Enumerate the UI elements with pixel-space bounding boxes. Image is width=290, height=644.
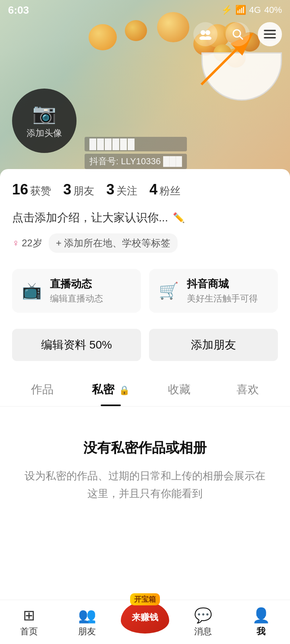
live-card-text: 直播动态 编辑直播动态 — [50, 277, 103, 305]
edit-profile-button[interactable]: 编辑资料 50% — [12, 329, 141, 361]
status-time: 6:03 — [8, 4, 29, 17]
edit-profile-label: 编辑资料 50% — [41, 337, 112, 353]
wifi-icon: 📶 — [235, 5, 246, 15]
live-title: 直播动态 — [50, 277, 103, 291]
following-label: 关注 — [116, 184, 137, 198]
edit-bio-icon[interactable]: ✏️ — [173, 212, 185, 223]
bio-text: 点击添加介绍，让大家认识你... — [12, 210, 168, 225]
friends-count: 3 — [63, 181, 71, 198]
nav-messages-label: 消息 — [194, 625, 212, 638]
profile-avatar[interactable]: 📷 添加头像 — [12, 89, 77, 153]
home-icon: ⊞ — [23, 607, 35, 624]
empty-description: 设为私密的作品、过期的日常和上传的相册会展示在这里，并且只有你能看到 — [24, 467, 266, 502]
stat-likes[interactable]: 16 获赞 — [12, 181, 51, 198]
bottom-navigation: ⊞ 首页 👥 朋友 来赚钱 💬 消息 👤 我 — [0, 600, 290, 644]
svg-line-7 — [240, 36, 243, 39]
tab-works-label: 作品 — [31, 383, 54, 396]
shop-title: 抖音商城 — [187, 277, 258, 291]
empty-state: 没有私密作品或相册 设为私密的作品、过期的日常和上传的相册会展示在这里，并且只有… — [0, 407, 290, 526]
profile-avatar-container[interactable]: 📷 添加头像 — [12, 89, 77, 153]
camera-icon: 📷 — [32, 102, 56, 125]
status-icons: ⚡ 📶 4G 40% — [221, 5, 282, 15]
feature-card-shop[interactable]: 🛒 抖音商城 美好生活触手可得 — [149, 269, 278, 313]
nav-profile[interactable]: 👤 我 — [232, 607, 290, 638]
header-actions — [193, 22, 282, 46]
add-tag-button[interactable]: + 添加所在地、学校等标签 — [49, 233, 178, 253]
nav-profile-label: 我 — [257, 625, 265, 638]
main-content: 16 获赞 3 朋友 3 关注 4 粉丝 点击添加介绍，让大家认识你... ✏️… — [0, 169, 290, 612]
nav-earn-money[interactable]: 来赚钱 — [116, 609, 174, 635]
avatar-label: 添加头像 — [27, 127, 62, 139]
feature-card-live[interactable]: 📺 直播动态 编辑直播动态 — [12, 269, 141, 313]
friends-label: 朋友 — [73, 184, 94, 198]
svg-rect-10 — [264, 37, 276, 39]
gender-age-tag: ♀ 22岁 — [12, 237, 42, 250]
search-icon-btn[interactable] — [226, 22, 250, 46]
banner-user-id: 抖音号: LLY10336 ███ — [85, 154, 187, 169]
nav-messages[interactable]: 💬 消息 — [174, 607, 232, 638]
earn-money-text: 来赚钱 — [132, 611, 158, 623]
nav-home-label: 首页 — [20, 625, 38, 638]
status-bar: 6:03 ⚡ 📶 4G 40% — [0, 0, 290, 20]
shop-card-text: 抖音商城 美好生活触手可得 — [187, 277, 258, 305]
header-banner: 6:03 ⚡ 📶 4G 40% — [0, 0, 290, 177]
lock-icon: 🔒 — [119, 385, 130, 395]
menu-icon-btn[interactable] — [258, 22, 282, 46]
live-subtitle: 编辑直播动态 — [50, 293, 103, 305]
followers-count: 4 — [149, 181, 157, 198]
shop-icon: 🛒 — [159, 281, 179, 300]
gender-icon: ♀ — [12, 237, 19, 249]
svg-point-6 — [233, 30, 240, 37]
tab-private-label: 私密 — [92, 383, 114, 396]
profile-icon: 👤 — [252, 607, 270, 624]
tab-private[interactable]: 私密 🔒 — [77, 373, 145, 406]
empty-title: 没有私密作品或相册 — [24, 439, 266, 457]
tab-favorites-label: 收藏 — [168, 383, 191, 396]
svg-point-2 — [201, 30, 205, 35]
fruit-decoration-2 — [125, 20, 147, 41]
add-friend-label: 添加朋友 — [191, 337, 236, 353]
likes-count: 16 — [12, 181, 28, 198]
messages-icon: 💬 — [194, 607, 212, 624]
live-icon: 📺 — [22, 281, 42, 300]
nav-friends-label: 朋友 — [78, 625, 96, 638]
svg-rect-8 — [264, 30, 276, 31]
followers-label: 粉丝 — [160, 184, 180, 198]
tab-likes[interactable]: 喜欢 — [213, 373, 282, 406]
svg-rect-9 — [264, 33, 276, 35]
bio-row[interactable]: 点击添加介绍，让大家认识你... ✏️ — [0, 206, 290, 229]
stats-row: 16 获赞 3 朋友 3 关注 4 粉丝 — [0, 169, 290, 206]
stat-friends[interactable]: 3 朋友 — [63, 181, 94, 198]
likes-label: 获赞 — [30, 184, 51, 198]
stat-following[interactable]: 3 关注 — [106, 181, 137, 198]
action-buttons: 编辑资料 50% 添加朋友 — [0, 321, 290, 369]
banner-username: ██████ — [85, 137, 187, 151]
nav-home[interactable]: ⊞ 首页 — [0, 607, 58, 638]
fruit-decoration-1 — [89, 24, 117, 50]
following-count: 3 — [106, 181, 114, 198]
tab-works[interactable]: 作品 — [8, 373, 77, 406]
tags-row: ♀ 22岁 + 添加所在地、学校等标签 — [0, 229, 290, 261]
shop-subtitle: 美好生活触手可得 — [187, 293, 258, 305]
battery-indicator: 40% — [264, 5, 282, 15]
add-friend-button[interactable]: 添加朋友 — [149, 329, 278, 361]
nav-friends[interactable]: 👥 朋友 — [58, 607, 116, 638]
tabs-row: 作品 私密 🔒 收藏 喜欢 — [0, 373, 290, 407]
friends-nav-icon: 👥 — [78, 607, 96, 624]
age-text: 22岁 — [22, 237, 42, 250]
banner-userinfo: ██████ 抖音号: LLY10336 ███ — [85, 137, 187, 169]
stat-followers[interactable]: 4 粉丝 — [149, 181, 180, 198]
svg-point-3 — [205, 30, 210, 35]
signal-icon: 4G — [249, 5, 261, 15]
feature-cards: 📺 直播动态 编辑直播动态 🛒 抖音商城 美好生活触手可得 — [0, 261, 290, 321]
tab-favorites[interactable]: 收藏 — [145, 373, 213, 406]
earn-money-badge: 来赚钱 — [121, 601, 169, 634]
add-tag-label: + 添加所在地、学校等标签 — [56, 237, 171, 250]
tab-likes-label: 喜欢 — [236, 383, 259, 396]
friends-icon-btn[interactable] — [193, 22, 218, 46]
bluetooth-icon: ⚡ — [221, 5, 232, 15]
